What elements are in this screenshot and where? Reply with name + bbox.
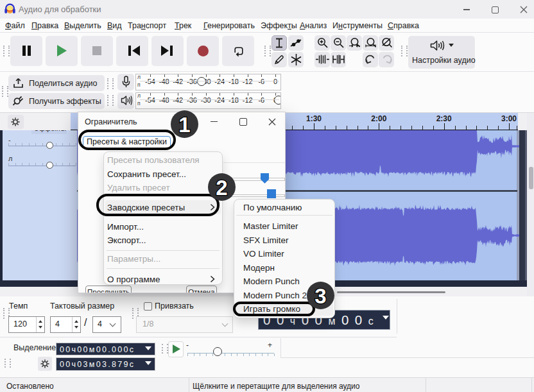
svg-text:2: 2 [216, 176, 227, 200]
svg-text:3: 3 [314, 284, 326, 307]
svg-text:1: 1 [178, 113, 190, 137]
